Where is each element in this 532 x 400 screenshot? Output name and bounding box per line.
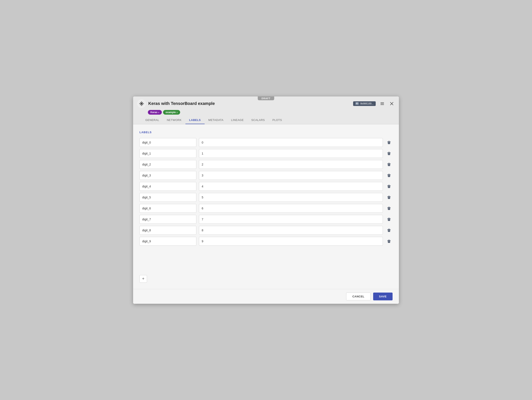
header-left: Keras with TensorBoard example	[137, 99, 215, 108]
label-key-input-0[interactable]	[139, 138, 196, 147]
delete-label-button-5[interactable]	[385, 195, 393, 200]
labels-grid	[139, 138, 393, 246]
label-row	[139, 171, 393, 180]
label-row	[139, 193, 393, 202]
tab-general[interactable]: GENERAL	[142, 116, 163, 124]
delete-label-button-0[interactable]	[385, 140, 393, 145]
svg-rect-35	[387, 207, 391, 208]
label-value-input-4[interactable]	[199, 182, 383, 191]
svg-rect-50	[389, 241, 389, 242]
id-badge: ID 9b986169...	[353, 101, 376, 106]
svg-rect-48	[388, 239, 390, 240]
header-right: ID 9b986169...	[353, 100, 395, 107]
label-value-input-3[interactable]	[199, 171, 383, 180]
header: Keras with TensorBoard example ID 9b9861…	[133, 97, 399, 124]
label-row	[139, 226, 393, 235]
svg-rect-32	[388, 196, 390, 196]
svg-rect-11	[387, 142, 391, 142]
svg-rect-14	[389, 142, 389, 143]
label-row	[139, 215, 393, 224]
svg-rect-16	[388, 152, 390, 152]
add-label-button[interactable]: +	[139, 275, 147, 283]
label-key-input-1[interactable]	[139, 149, 196, 158]
app-title: Keras with TensorBoard example	[148, 101, 215, 106]
svg-rect-34	[389, 197, 389, 198]
tab-labels[interactable]: LABELS	[185, 116, 205, 124]
label-row	[139, 138, 393, 147]
svg-rect-39	[387, 218, 391, 219]
label-value-input-1[interactable]	[199, 149, 383, 158]
menu-button[interactable]	[379, 100, 385, 107]
delete-label-button-6[interactable]	[385, 206, 393, 211]
label-value-input-6[interactable]	[199, 204, 383, 213]
svg-rect-47	[387, 240, 391, 241]
delete-label-button-3[interactable]	[385, 173, 393, 178]
delete-label-button-7[interactable]	[385, 217, 393, 222]
footer: CANCEL SAVE	[133, 289, 399, 304]
tags-row: Keras example	[148, 110, 395, 115]
tab-metadata[interactable]: METADATA	[205, 116, 227, 124]
svg-rect-36	[388, 207, 390, 207]
label-row	[139, 237, 393, 246]
svg-rect-18	[389, 153, 389, 154]
label-row	[139, 204, 393, 213]
delete-label-button-9[interactable]	[385, 239, 393, 244]
label-value-input-7[interactable]	[199, 215, 383, 224]
content-area: LABELS	[133, 124, 399, 289]
svg-rect-46	[389, 230, 389, 231]
label-key-input-2[interactable]	[139, 160, 196, 169]
svg-rect-12	[388, 141, 390, 141]
section-title: LABELS	[139, 131, 393, 134]
delete-label-button-2[interactable]	[385, 162, 393, 167]
label-value-input-8[interactable]	[199, 226, 383, 235]
svg-rect-40	[388, 218, 390, 218]
label-key-input-3[interactable]	[139, 171, 196, 180]
tab-network[interactable]: NETWORK	[163, 116, 185, 124]
label-key-input-8[interactable]	[139, 226, 196, 235]
main-window: DRAFT Keras with TensorBoard example	[133, 97, 399, 304]
tab-plots[interactable]: PLOTS	[269, 116, 286, 124]
app-icon	[137, 99, 146, 108]
svg-rect-19	[387, 163, 391, 164]
delete-label-button-1[interactable]	[385, 151, 393, 156]
id-label: ID	[355, 102, 359, 105]
svg-rect-30	[389, 186, 389, 187]
save-button[interactable]: SAVE	[373, 293, 393, 300]
label-value-input-5[interactable]	[199, 193, 383, 202]
svg-rect-22	[389, 164, 389, 165]
header-top: Keras with TensorBoard example ID 9b9861…	[137, 99, 395, 108]
svg-rect-24	[388, 174, 390, 174]
svg-rect-44	[388, 229, 390, 229]
tab-scalars[interactable]: SCALARS	[247, 116, 269, 124]
label-value-input-2[interactable]	[199, 160, 383, 169]
label-key-input-4[interactable]	[139, 182, 196, 191]
delete-label-button-4[interactable]	[385, 184, 393, 189]
svg-rect-20	[388, 163, 390, 163]
tabs: GENERAL NETWORK LABELS METADATA LINEAGE …	[137, 116, 395, 124]
label-key-input-6[interactable]	[139, 204, 196, 213]
svg-rect-38	[389, 208, 389, 209]
svg-rect-31	[387, 196, 391, 197]
label-key-input-5[interactable]	[139, 193, 196, 202]
label-key-input-9[interactable]	[139, 237, 196, 246]
tab-lineage[interactable]: LINEAGE	[227, 116, 247, 124]
label-key-input-7[interactable]	[139, 215, 196, 224]
close-button[interactable]	[389, 101, 395, 107]
label-row	[139, 149, 393, 158]
label-value-input-9[interactable]	[199, 237, 383, 246]
label-row	[139, 160, 393, 169]
svg-rect-15	[387, 152, 391, 153]
label-value-input-0[interactable]	[199, 138, 383, 147]
label-row	[139, 182, 393, 191]
svg-rect-23	[387, 174, 391, 175]
delete-label-button-8[interactable]	[385, 227, 393, 233]
tag-keras[interactable]: Keras	[148, 110, 162, 115]
tag-example[interactable]: example	[163, 110, 180, 115]
svg-rect-27	[387, 185, 391, 186]
cancel-button[interactable]: CANCEL	[346, 293, 370, 300]
draft-badge: DRAFT	[258, 97, 274, 100]
svg-rect-43	[387, 229, 391, 230]
svg-point-1	[141, 103, 142, 104]
svg-rect-26	[389, 175, 389, 176]
svg-rect-42	[389, 219, 389, 220]
